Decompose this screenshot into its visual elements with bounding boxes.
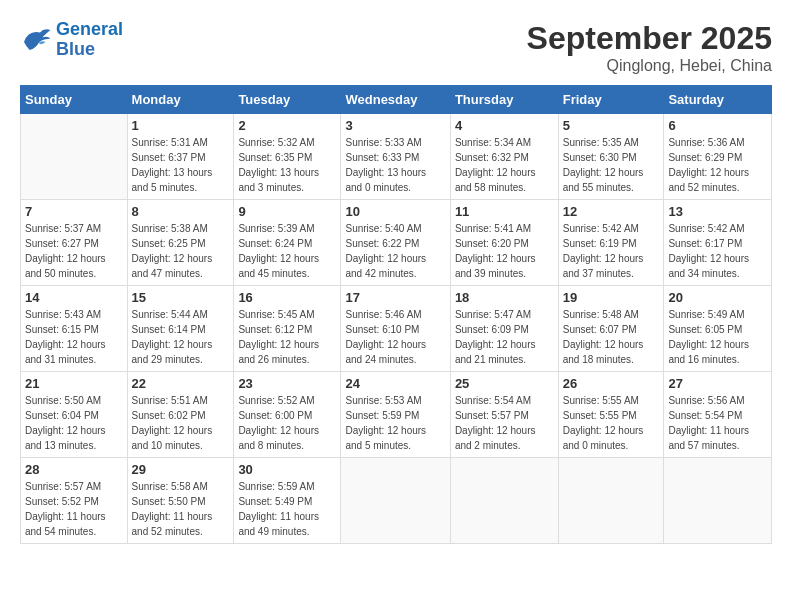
calendar-cell: 6Sunrise: 5:36 AM Sunset: 6:29 PM Daylig… <box>664 114 772 200</box>
day-info: Sunrise: 5:36 AM Sunset: 6:29 PM Dayligh… <box>668 135 767 195</box>
calendar-cell: 28Sunrise: 5:57 AM Sunset: 5:52 PM Dayli… <box>21 458 128 544</box>
day-number: 21 <box>25 376 123 391</box>
logo-text: General Blue <box>56 20 123 60</box>
weekday-header-friday: Friday <box>558 86 664 114</box>
day-number: 11 <box>455 204 554 219</box>
day-number: 26 <box>563 376 660 391</box>
day-info: Sunrise: 5:31 AM Sunset: 6:37 PM Dayligh… <box>132 135 230 195</box>
day-number: 22 <box>132 376 230 391</box>
day-info: Sunrise: 5:49 AM Sunset: 6:05 PM Dayligh… <box>668 307 767 367</box>
calendar-cell: 2Sunrise: 5:32 AM Sunset: 6:35 PM Daylig… <box>234 114 341 200</box>
calendar-week-row: 14Sunrise: 5:43 AM Sunset: 6:15 PM Dayli… <box>21 286 772 372</box>
calendar-cell: 24Sunrise: 5:53 AM Sunset: 5:59 PM Dayli… <box>341 372 450 458</box>
calendar-cell: 10Sunrise: 5:40 AM Sunset: 6:22 PM Dayli… <box>341 200 450 286</box>
day-number: 8 <box>132 204 230 219</box>
calendar-cell: 16Sunrise: 5:45 AM Sunset: 6:12 PM Dayli… <box>234 286 341 372</box>
day-number: 9 <box>238 204 336 219</box>
calendar-cell: 22Sunrise: 5:51 AM Sunset: 6:02 PM Dayli… <box>127 372 234 458</box>
day-info: Sunrise: 5:32 AM Sunset: 6:35 PM Dayligh… <box>238 135 336 195</box>
day-number: 14 <box>25 290 123 305</box>
calendar-week-row: 7Sunrise: 5:37 AM Sunset: 6:27 PM Daylig… <box>21 200 772 286</box>
calendar-cell: 18Sunrise: 5:47 AM Sunset: 6:09 PM Dayli… <box>450 286 558 372</box>
logo: General Blue <box>20 20 123 60</box>
day-info: Sunrise: 5:42 AM Sunset: 6:17 PM Dayligh… <box>668 221 767 281</box>
calendar-cell: 12Sunrise: 5:42 AM Sunset: 6:19 PM Dayli… <box>558 200 664 286</box>
title-section: September 2025 Qinglong, Hebei, China <box>527 20 772 75</box>
calendar-week-row: 1Sunrise: 5:31 AM Sunset: 6:37 PM Daylig… <box>21 114 772 200</box>
calendar-cell: 8Sunrise: 5:38 AM Sunset: 6:25 PM Daylig… <box>127 200 234 286</box>
day-number: 27 <box>668 376 767 391</box>
calendar-cell: 25Sunrise: 5:54 AM Sunset: 5:57 PM Dayli… <box>450 372 558 458</box>
day-info: Sunrise: 5:58 AM Sunset: 5:50 PM Dayligh… <box>132 479 230 539</box>
day-number: 6 <box>668 118 767 133</box>
calendar-cell: 13Sunrise: 5:42 AM Sunset: 6:17 PM Dayli… <box>664 200 772 286</box>
calendar-cell <box>664 458 772 544</box>
calendar-cell <box>558 458 664 544</box>
day-info: Sunrise: 5:35 AM Sunset: 6:30 PM Dayligh… <box>563 135 660 195</box>
day-info: Sunrise: 5:33 AM Sunset: 6:33 PM Dayligh… <box>345 135 445 195</box>
calendar-cell: 21Sunrise: 5:50 AM Sunset: 6:04 PM Dayli… <box>21 372 128 458</box>
location-title: Qinglong, Hebei, China <box>527 57 772 75</box>
day-number: 10 <box>345 204 445 219</box>
day-number: 18 <box>455 290 554 305</box>
calendar-cell: 14Sunrise: 5:43 AM Sunset: 6:15 PM Dayli… <box>21 286 128 372</box>
calendar-cell: 26Sunrise: 5:55 AM Sunset: 5:55 PM Dayli… <box>558 372 664 458</box>
day-number: 4 <box>455 118 554 133</box>
day-number: 12 <box>563 204 660 219</box>
day-number: 1 <box>132 118 230 133</box>
calendar-cell: 11Sunrise: 5:41 AM Sunset: 6:20 PM Dayli… <box>450 200 558 286</box>
day-number: 25 <box>455 376 554 391</box>
calendar-cell: 3Sunrise: 5:33 AM Sunset: 6:33 PM Daylig… <box>341 114 450 200</box>
weekday-header-thursday: Thursday <box>450 86 558 114</box>
day-info: Sunrise: 5:41 AM Sunset: 6:20 PM Dayligh… <box>455 221 554 281</box>
day-info: Sunrise: 5:38 AM Sunset: 6:25 PM Dayligh… <box>132 221 230 281</box>
day-info: Sunrise: 5:56 AM Sunset: 5:54 PM Dayligh… <box>668 393 767 453</box>
calendar-cell: 4Sunrise: 5:34 AM Sunset: 6:32 PM Daylig… <box>450 114 558 200</box>
weekday-header-sunday: Sunday <box>21 86 128 114</box>
day-number: 3 <box>345 118 445 133</box>
calendar-cell <box>341 458 450 544</box>
weekday-header-monday: Monday <box>127 86 234 114</box>
weekday-header-wednesday: Wednesday <box>341 86 450 114</box>
day-number: 30 <box>238 462 336 477</box>
day-number: 28 <box>25 462 123 477</box>
calendar-cell: 5Sunrise: 5:35 AM Sunset: 6:30 PM Daylig… <box>558 114 664 200</box>
calendar-week-row: 21Sunrise: 5:50 AM Sunset: 6:04 PM Dayli… <box>21 372 772 458</box>
day-info: Sunrise: 5:48 AM Sunset: 6:07 PM Dayligh… <box>563 307 660 367</box>
calendar-cell: 15Sunrise: 5:44 AM Sunset: 6:14 PM Dayli… <box>127 286 234 372</box>
calendar-cell: 19Sunrise: 5:48 AM Sunset: 6:07 PM Dayli… <box>558 286 664 372</box>
weekday-header-saturday: Saturday <box>664 86 772 114</box>
calendar-cell: 17Sunrise: 5:46 AM Sunset: 6:10 PM Dayli… <box>341 286 450 372</box>
day-info: Sunrise: 5:34 AM Sunset: 6:32 PM Dayligh… <box>455 135 554 195</box>
page-header: General Blue September 2025 Qinglong, He… <box>20 20 772 75</box>
day-info: Sunrise: 5:51 AM Sunset: 6:02 PM Dayligh… <box>132 393 230 453</box>
day-info: Sunrise: 5:44 AM Sunset: 6:14 PM Dayligh… <box>132 307 230 367</box>
day-info: Sunrise: 5:53 AM Sunset: 5:59 PM Dayligh… <box>345 393 445 453</box>
day-info: Sunrise: 5:54 AM Sunset: 5:57 PM Dayligh… <box>455 393 554 453</box>
calendar-cell: 29Sunrise: 5:58 AM Sunset: 5:50 PM Dayli… <box>127 458 234 544</box>
day-number: 23 <box>238 376 336 391</box>
day-number: 16 <box>238 290 336 305</box>
day-info: Sunrise: 5:46 AM Sunset: 6:10 PM Dayligh… <box>345 307 445 367</box>
day-number: 29 <box>132 462 230 477</box>
month-title: September 2025 <box>527 20 772 57</box>
day-info: Sunrise: 5:45 AM Sunset: 6:12 PM Dayligh… <box>238 307 336 367</box>
day-number: 2 <box>238 118 336 133</box>
day-number: 13 <box>668 204 767 219</box>
day-info: Sunrise: 5:37 AM Sunset: 6:27 PM Dayligh… <box>25 221 123 281</box>
day-number: 15 <box>132 290 230 305</box>
calendar-cell: 9Sunrise: 5:39 AM Sunset: 6:24 PM Daylig… <box>234 200 341 286</box>
calendar-cell: 7Sunrise: 5:37 AM Sunset: 6:27 PM Daylig… <box>21 200 128 286</box>
day-number: 7 <box>25 204 123 219</box>
calendar-cell: 27Sunrise: 5:56 AM Sunset: 5:54 PM Dayli… <box>664 372 772 458</box>
day-info: Sunrise: 5:57 AM Sunset: 5:52 PM Dayligh… <box>25 479 123 539</box>
day-number: 19 <box>563 290 660 305</box>
calendar-week-row: 28Sunrise: 5:57 AM Sunset: 5:52 PM Dayli… <box>21 458 772 544</box>
day-number: 24 <box>345 376 445 391</box>
day-info: Sunrise: 5:52 AM Sunset: 6:00 PM Dayligh… <box>238 393 336 453</box>
day-number: 20 <box>668 290 767 305</box>
weekday-header-row: SundayMondayTuesdayWednesdayThursdayFrid… <box>21 86 772 114</box>
day-number: 5 <box>563 118 660 133</box>
day-info: Sunrise: 5:55 AM Sunset: 5:55 PM Dayligh… <box>563 393 660 453</box>
calendar-table: SundayMondayTuesdayWednesdayThursdayFrid… <box>20 85 772 544</box>
